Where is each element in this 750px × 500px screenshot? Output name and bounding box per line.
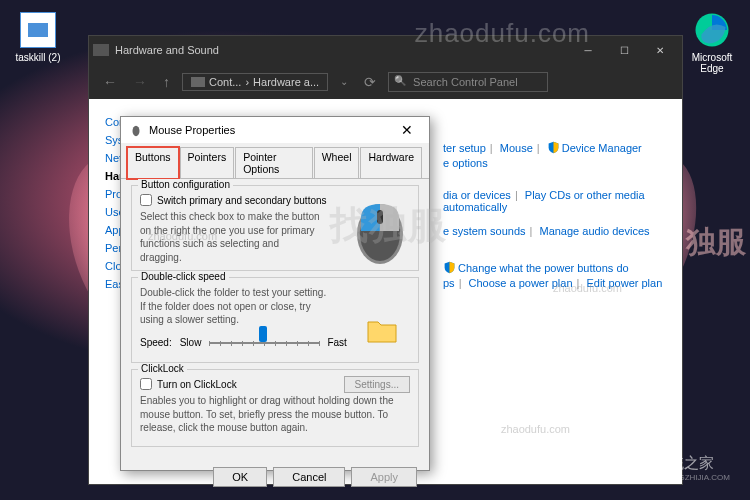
link[interactable]: e system sounds xyxy=(443,225,526,237)
group-legend: Button configuration xyxy=(138,179,233,190)
checkbox-label: Turn on ClickLock xyxy=(157,379,237,390)
breadcrumb-segment[interactable]: Cont... xyxy=(209,76,241,88)
link[interactable]: Manage audio devices xyxy=(539,225,649,237)
link[interactable]: Change what the power buttons do xyxy=(458,262,629,274)
ok-button[interactable]: OK xyxy=(213,467,267,487)
svg-point-1 xyxy=(133,126,140,137)
folder-icon[interactable] xyxy=(366,318,398,344)
refresh-button[interactable]: ⟳ xyxy=(360,74,380,90)
cancel-button[interactable]: Cancel xyxy=(273,467,345,487)
tab-buttons[interactable]: Buttons xyxy=(127,147,179,179)
folder-icon xyxy=(191,77,205,87)
settings-button: Settings... xyxy=(344,376,410,393)
tab-hardware[interactable]: Hardware xyxy=(360,147,422,178)
forward-button[interactable]: → xyxy=(129,74,151,90)
speed-slider[interactable] xyxy=(209,333,319,353)
batch-file-icon xyxy=(20,12,56,48)
mouse-properties-dialog: Mouse Properties ✕ Buttons Pointers Poin… xyxy=(120,116,430,471)
mouse-icon xyxy=(129,123,143,137)
watermark: zhaodufu.com xyxy=(501,423,570,435)
apply-button: Apply xyxy=(351,467,417,487)
tab-wheel[interactable]: Wheel xyxy=(314,147,360,178)
switch-buttons-checkbox[interactable] xyxy=(140,194,152,206)
shield-icon xyxy=(443,261,456,274)
icon-label: Microsoft Edge xyxy=(682,52,742,74)
tab-pointer-options[interactable]: Pointer Options xyxy=(235,147,313,178)
mouse-illustration xyxy=(353,196,408,266)
clicklock-checkbox[interactable] xyxy=(140,378,152,390)
fast-label: Fast xyxy=(327,337,346,348)
close-button[interactable]: ✕ xyxy=(393,122,421,138)
shield-icon xyxy=(547,141,560,154)
icon-label: taskkill (2) xyxy=(8,52,68,63)
tab-pointers[interactable]: Pointers xyxy=(180,147,235,178)
group-legend: Double-click speed xyxy=(138,271,229,282)
minimize-button[interactable]: ─ xyxy=(570,36,606,64)
dialog-title: Mouse Properties xyxy=(149,124,235,136)
group-double-click: Double-click speed Double-click the fold… xyxy=(131,277,419,363)
maximize-button[interactable]: ☐ xyxy=(606,36,642,64)
slider-thumb[interactable] xyxy=(259,326,267,342)
link[interactable]: Mouse xyxy=(500,142,533,154)
dialog-title-bar: Mouse Properties ✕ xyxy=(121,117,429,143)
slow-label: Slow xyxy=(180,337,202,348)
dialog-body: Button configuration Switch primary and … xyxy=(121,179,429,459)
dropdown-icon[interactable]: ⌄ xyxy=(336,76,352,87)
edge-browser-icon xyxy=(694,12,730,48)
watermark: zhaodufu.com xyxy=(148,230,217,242)
link[interactable]: dia or devices xyxy=(443,189,511,201)
group-clicklock: ClickLock Settings... Turn on ClickLock … xyxy=(131,369,419,447)
title-bar: Hardware and Sound ─ ☐ ✕ xyxy=(89,36,682,64)
link[interactable]: ter setup xyxy=(443,142,486,154)
breadcrumb-segment[interactable]: Hardware a... xyxy=(253,76,319,88)
group-legend: ClickLock xyxy=(138,363,187,374)
watermark: 独服 xyxy=(686,222,746,263)
group-button-config: Button configuration Switch primary and … xyxy=(131,185,419,271)
search-input[interactable]: Search Control Panel xyxy=(388,72,548,92)
back-button[interactable]: ← xyxy=(99,74,121,90)
brand-watermark: 系统之家 XITONGZHIJIA.COM xyxy=(620,454,730,482)
watermark: zhaodufu.com xyxy=(553,282,622,294)
speed-label: Speed: xyxy=(140,337,172,348)
link[interactable]: Device Manager xyxy=(562,142,642,154)
control-panel-icon xyxy=(93,44,109,56)
description-text: Enables you to highlight or drag without… xyxy=(140,394,410,435)
breadcrumb[interactable]: Cont... › Hardware a... xyxy=(182,73,328,91)
chevron-right-icon: › xyxy=(245,76,249,88)
up-button[interactable]: ↑ xyxy=(159,74,174,90)
link[interactable]: e options xyxy=(443,157,488,169)
dialog-button-row: OK Cancel Apply xyxy=(121,459,429,495)
checkbox-label: Switch primary and secondary buttons xyxy=(157,195,327,206)
link[interactable]: ps xyxy=(443,277,455,289)
description-text: Double-click the folder to test your set… xyxy=(140,286,330,327)
tab-strip: Buttons Pointers Pointer Options Wheel H… xyxy=(121,143,429,179)
navigation-bar: ← → ↑ Cont... › Hardware a... ⌄ ⟳ Search… xyxy=(89,64,682,99)
window-title: Hardware and Sound xyxy=(115,44,219,56)
desktop-icon-taskkill[interactable]: taskkill (2) xyxy=(8,12,68,63)
close-button[interactable]: ✕ xyxy=(642,36,678,64)
svg-rect-4 xyxy=(377,210,383,224)
desktop-icon-edge[interactable]: Microsoft Edge xyxy=(682,12,742,74)
